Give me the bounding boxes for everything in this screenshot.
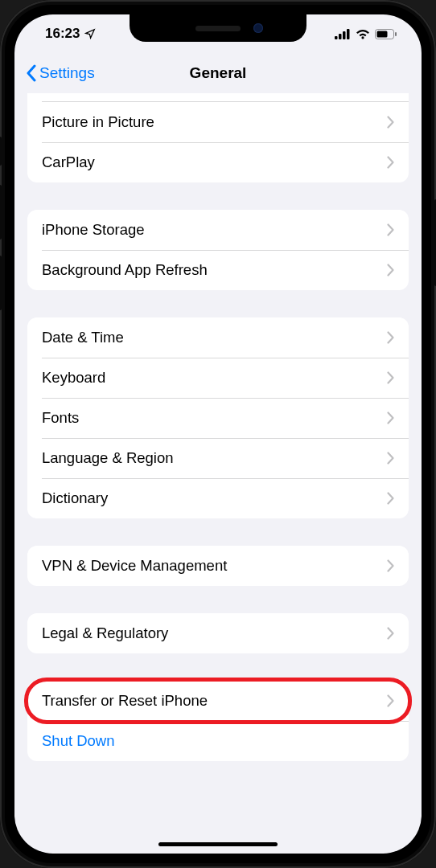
back-button[interactable]: Settings — [14, 64, 95, 82]
chevron-right-icon — [387, 452, 394, 465]
speaker-grille — [195, 26, 241, 31]
settings-group: iPhone StorageBackground App Refresh — [27, 210, 409, 290]
home-indicator[interactable] — [158, 842, 278, 846]
location-arrow-icon — [84, 28, 96, 39]
screen: 16:23 Se — [14, 14, 422, 854]
settings-row-fonts[interactable]: Fonts — [27, 398, 409, 438]
row-label: Date & Time — [42, 329, 124, 346]
chevron-right-icon — [387, 116, 394, 129]
row-label: Background App Refresh — [42, 261, 208, 279]
settings-row-carplay[interactable]: CarPlay — [27, 142, 409, 182]
settings-row-datetime[interactable]: Date & Time — [27, 317, 409, 358]
page-title: General — [190, 64, 247, 82]
partial-row — [27, 93, 409, 101]
settings-content[interactable]: Picture in PictureCarPlayiPhone StorageB… — [14, 93, 422, 829]
settings-row-vpn[interactable]: VPN & Device Management — [27, 546, 409, 586]
chevron-right-icon — [387, 264, 394, 276]
settings-group: Picture in PictureCarPlay — [27, 93, 409, 182]
row-label: Shut Down — [42, 732, 115, 750]
row-label: iPhone Storage — [42, 221, 145, 239]
settings-row-dict[interactable]: Dictionary — [27, 478, 409, 518]
svg-rect-1 — [339, 34, 342, 39]
chevron-right-icon — [387, 156, 394, 169]
chevron-right-icon — [387, 223, 394, 236]
row-label: Legal & Regulatory — [42, 624, 168, 642]
svg-rect-5 — [377, 31, 388, 37]
row-label: Fonts — [42, 409, 79, 427]
chevron-right-icon — [387, 331, 394, 344]
row-label: Keyboard — [42, 369, 105, 387]
chevron-right-icon — [387, 694, 394, 707]
row-label: Picture in Picture — [42, 113, 154, 131]
volume-up-button — [0, 185, 2, 240]
settings-row-storage[interactable]: iPhone Storage — [27, 210, 409, 250]
mute-switch — [0, 137, 2, 166]
row-label: Language & Region — [42, 449, 174, 467]
settings-group: Transfer or Reset iPhoneShut Down — [27, 681, 409, 761]
chevron-right-icon — [387, 627, 394, 640]
settings-group: Legal & Regulatory — [27, 613, 409, 653]
row-label: Transfer or Reset iPhone — [42, 692, 208, 710]
row-label: CarPlay — [42, 154, 95, 171]
settings-row-keyboard[interactable]: Keyboard — [27, 358, 409, 398]
settings-row-reset[interactable]: Transfer or Reset iPhone — [27, 681, 409, 721]
settings-row-legal[interactable]: Legal & Regulatory — [27, 613, 409, 653]
cellular-signal-icon — [335, 29, 351, 39]
back-label: Settings — [39, 64, 95, 82]
settings-group: VPN & Device Management — [27, 546, 409, 586]
chevron-right-icon — [387, 559, 394, 572]
chevron-right-icon — [387, 411, 394, 424]
row-label: Dictionary — [42, 489, 108, 507]
chevron-left-icon — [26, 64, 36, 82]
svg-rect-3 — [347, 29, 350, 39]
svg-rect-6 — [395, 32, 397, 36]
settings-row-shutdown[interactable]: Shut Down — [27, 721, 409, 761]
settings-row-pip[interactable]: Picture in Picture — [27, 102, 409, 142]
settings-row-bgr[interactable]: Background App Refresh — [27, 250, 409, 290]
status-time: 16:23 — [45, 26, 80, 42]
chevron-right-icon — [387, 492, 394, 505]
battery-icon — [375, 29, 397, 39]
settings-row-lang[interactable]: Language & Region — [27, 438, 409, 478]
front-camera — [253, 23, 263, 33]
notch — [130, 14, 306, 42]
settings-group: Date & TimeKeyboardFontsLanguage & Regio… — [27, 317, 409, 518]
wifi-icon — [356, 29, 370, 39]
chevron-right-icon — [387, 371, 394, 384]
device-frame: 16:23 Se — [0, 0, 436, 868]
svg-rect-0 — [335, 36, 338, 39]
volume-down-button — [0, 256, 2, 310]
nav-bar: Settings General — [14, 53, 422, 93]
svg-rect-2 — [343, 31, 346, 39]
row-label: VPN & Device Management — [42, 557, 227, 575]
